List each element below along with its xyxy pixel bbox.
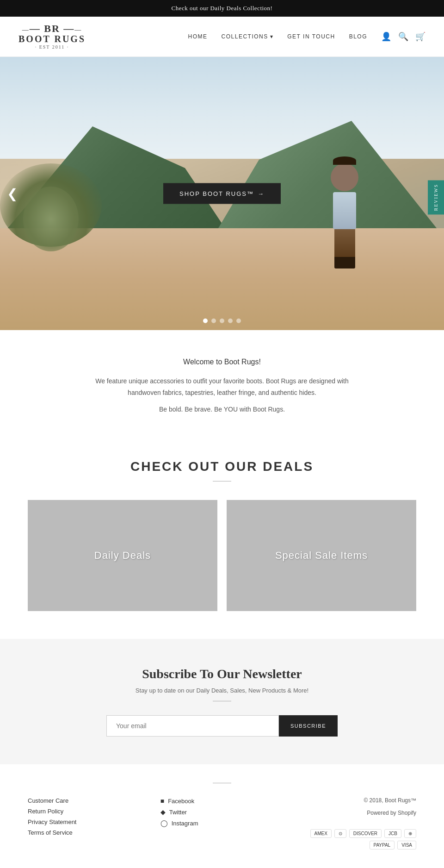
social-twitter[interactable]: ◆ Twitter: [160, 808, 284, 816]
deals-grid: Daily Deals Special Sale Items: [28, 500, 416, 611]
instagram-icon: ◯: [160, 819, 168, 827]
slider-prev-button[interactable]: ❮: [2, 181, 22, 206]
footer-return-policy[interactable]: Return Policy: [28, 808, 151, 815]
payment-icons: AMEX ⊙ DISCOVER JCB ⊕ PAYPAL VISA: [293, 829, 416, 849]
twitter-icon: ◆: [160, 808, 166, 816]
deal-daily-label: Daily Deals: [94, 550, 151, 562]
site-footer: Customer Care Return Policy Privacy Stat…: [0, 764, 444, 868]
payment-diners: ⊙: [334, 829, 346, 838]
footer-terms[interactable]: Terms of Service: [28, 829, 151, 836]
footer-powered: Powered by Shopify: [293, 810, 416, 816]
logo[interactable]: — BR — BOOT RUGS · EST 2011 ·: [18, 24, 86, 50]
newsletter-divider: [213, 701, 231, 701]
slider-dots: [203, 318, 241, 323]
reviews-tab[interactable]: REVIEWS: [428, 180, 444, 214]
deal-card-special[interactable]: Special Sale Items: [227, 500, 416, 611]
nav-home[interactable]: HOME: [188, 33, 208, 40]
payment-paypal: PAYPAL: [370, 841, 395, 849]
newsletter-form: SUBSCRIBE: [106, 715, 338, 737]
logo-name: BOOT RUGS: [18, 34, 86, 44]
footer-links-col: Customer Care Return Policy Privacy Stat…: [28, 797, 151, 849]
instagram-label: Instagram: [172, 820, 198, 827]
deals-section: CHECK OUT OUR DEALS Daily Deals Special …: [0, 441, 444, 639]
twitter-label: Twitter: [169, 809, 187, 816]
footer-right-col: © 2018, Boot Rugs™ Powered by Shopify AM…: [293, 797, 416, 849]
newsletter-section: Subscribe To Our Newsletter Stay up to d…: [0, 639, 444, 764]
banner-text: Check out our Daily Deals Collection!: [172, 5, 273, 12]
facebook-icon: ■: [160, 797, 164, 805]
slider-dot-2[interactable]: [211, 318, 216, 323]
newsletter-title: Subscribe To Our Newsletter: [18, 667, 426, 681]
nav-blog[interactable]: BLOG: [349, 33, 367, 40]
facebook-label: Facebook: [168, 798, 194, 805]
newsletter-subtitle: Stay up to date on our Daily Deals, Sale…: [18, 687, 426, 694]
payment-amex: AMEX: [310, 829, 332, 838]
main-nav: HOME COLLECTIONS ▾ GET IN TOUCH BLOG 👤 🔍…: [188, 31, 426, 42]
subscribe-button[interactable]: SUBSCRIBE: [279, 715, 338, 737]
cart-icon[interactable]: 🛒: [415, 31, 426, 42]
arrow-icon: →: [258, 190, 265, 197]
social-facebook[interactable]: ■ Facebook: [160, 797, 284, 805]
deals-title: CHECK OUT OUR DEALS: [28, 459, 416, 474]
payment-jcb: JCB: [384, 829, 401, 838]
deal-card-daily[interactable]: Daily Deals: [28, 500, 217, 611]
welcome-tagline: Be bold. Be brave. Be YOU with Boot Rugs…: [56, 406, 388, 413]
deal-special-label: Special Sale Items: [275, 550, 368, 562]
bush-left2: [23, 187, 79, 251]
search-icon[interactable]: 🔍: [398, 31, 408, 42]
welcome-title: Welcome to Boot Rugs!: [56, 358, 388, 366]
hero-cta-button[interactable]: SHOP BOOT RUGS™ →: [163, 183, 281, 204]
footer-customer-care[interactable]: Customer Care: [28, 797, 151, 804]
hero-cta-label: SHOP BOOT RUGS™: [179, 190, 254, 197]
nav-collections[interactable]: COLLECTIONS ▾: [222, 33, 274, 40]
chevron-down-icon: ▾: [270, 33, 274, 40]
hero-slider: SHOP BOOT RUGS™ → ❮ ❯ REVIEWS: [0, 57, 444, 330]
slider-dot-1[interactable]: [203, 318, 208, 323]
logo-mark: — BR —: [22, 24, 82, 34]
footer-social-col: ■ Facebook ◆ Twitter ◯ Instagram: [160, 797, 284, 849]
footer-divider: [213, 783, 231, 783]
slider-dot-5[interactable]: [236, 318, 241, 323]
hero-figure: [328, 163, 361, 251]
social-instagram[interactable]: ◯ Instagram: [160, 819, 284, 827]
hero-section: SHOP BOOT RUGS™ → ❮ ❯ REVIEWS: [0, 57, 444, 330]
footer-grid: Customer Care Return Policy Privacy Stat…: [28, 797, 416, 849]
payment-mastercard: ⊕: [404, 829, 416, 838]
deals-divider: [213, 481, 231, 481]
slider-dot-3[interactable]: [220, 318, 224, 323]
account-icon[interactable]: 👤: [381, 31, 391, 42]
footer-privacy[interactable]: Privacy Statement: [28, 818, 151, 825]
logo-est: · EST 2011 ·: [35, 44, 69, 50]
payment-visa: VISA: [397, 841, 416, 849]
sky-bg: [0, 57, 444, 159]
welcome-text: We feature unique accessories to outfit …: [83, 375, 361, 399]
nav-icons: 👤 🔍 🛒: [381, 31, 426, 42]
site-header: — BR — BOOT RUGS · EST 2011 · HOME COLLE…: [0, 17, 444, 57]
email-input[interactable]: [106, 715, 279, 737]
slider-dot-4[interactable]: [228, 318, 233, 323]
payment-discover: DISCOVER: [349, 829, 382, 838]
top-banner: Check out our Daily Deals Collection!: [0, 0, 444, 17]
welcome-section: Welcome to Boot Rugs! We feature unique …: [0, 330, 444, 441]
footer-copyright: © 2018, Boot Rugs™: [293, 797, 416, 804]
nav-get-in-touch[interactable]: GET IN TOUCH: [287, 33, 335, 40]
